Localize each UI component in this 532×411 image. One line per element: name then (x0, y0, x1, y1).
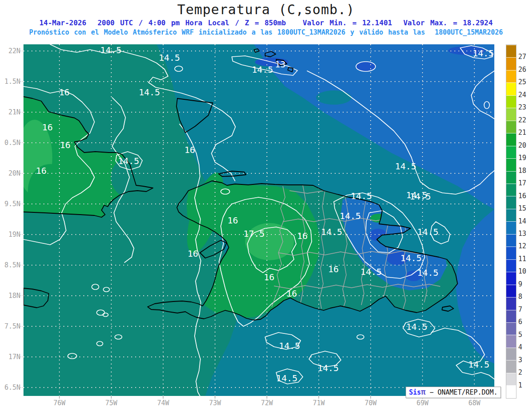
teal-patch (285, 150, 312, 160)
colorbar-tick-label: 12 (518, 242, 532, 250)
colorbar-tick-label: 22 (518, 116, 532, 124)
colorbar-block (506, 221, 516, 234)
colorbar-block (506, 310, 516, 322)
colorbar-block (506, 158, 516, 171)
colorbar-block (506, 108, 516, 120)
colorbar-tick-label: 17 (518, 179, 532, 187)
colorbar-tick-label: 13 (518, 230, 532, 238)
contour-label: 16 (36, 165, 47, 176)
contour-label: 16 (264, 272, 274, 282)
colorbar-block (506, 335, 516, 347)
contour-label: 16 (227, 215, 238, 226)
lon-tick-label: 75W (98, 399, 125, 407)
cuba-green (28, 164, 72, 217)
lat-tick-dots (15, 265, 23, 266)
colorbar-tick-label: 8 (518, 293, 532, 301)
colorbar-block (506, 259, 516, 272)
colorbar-tick-label: 1 (518, 381, 532, 389)
colorbar-block (506, 272, 516, 284)
colorbar-tick-label: 5 (518, 331, 532, 339)
colorbar-tick-label: 16 (518, 192, 532, 200)
colorbar-block (506, 70, 516, 82)
contour-label: 14.5 (252, 64, 273, 75)
colorbar-block (506, 95, 516, 108)
contour-label: 16 (328, 264, 339, 274)
colorbar-block (506, 297, 516, 309)
contour-label: 14.5 (139, 87, 160, 98)
lat-tick-dots (15, 112, 23, 113)
colorbar-tick-label: 26 (518, 66, 532, 74)
lat-tick-dots (15, 204, 23, 204)
contour-label: 16 (188, 248, 198, 259)
colorbar-tick-label: 6 (518, 318, 532, 326)
contour-label: 16 (286, 288, 297, 299)
weather-chart-page: Temperatura (C,somb.) 14-Mar-2026 2000 U… (0, 0, 532, 411)
lon-tick-label: 74W (150, 399, 176, 407)
lon-tick-label: 76W (46, 399, 73, 407)
contour-label: 14.5 (351, 191, 372, 201)
colorbar-tick-label: 2 (518, 368, 532, 376)
contour-label: 14.5 (100, 45, 121, 55)
contour-label: 14.5 (406, 321, 427, 332)
contour-label: 14.5 (410, 191, 431, 202)
lon-tick-mark (370, 396, 371, 399)
colorbar-block (506, 234, 516, 247)
colorbar-block (506, 360, 516, 372)
temperature-colorbar (506, 44, 516, 399)
contour-label: 14.5 (317, 363, 339, 373)
colorbar-tick-label: 23 (518, 103, 532, 111)
contour-label: 16 (184, 145, 195, 155)
lon-tick-mark (59, 396, 60, 399)
contour-label: 14.5 (118, 156, 139, 166)
colorbar-block (506, 133, 516, 145)
lat-tick-dots (15, 173, 23, 174)
branding-separator: − (426, 388, 438, 396)
contour-label: 14.5 (468, 359, 489, 370)
lon-tick-label: 71W (305, 399, 332, 407)
colorbar-tick-label: 10 (518, 267, 532, 275)
colorbar-tick-label: 14 (518, 217, 532, 225)
lon-tick-mark (111, 396, 112, 399)
contour-label: 14.5 (340, 211, 361, 221)
colorbar-tick-label: 9 (518, 280, 532, 288)
colorbar-block (506, 348, 516, 360)
contour-label: 14.5 (159, 52, 180, 63)
colorbar-tick-label: 11 (518, 255, 532, 263)
cold-spot (356, 62, 376, 71)
colorbar-block (506, 121, 516, 133)
lon-tick-label: 73W (202, 399, 228, 407)
contour-label: 14.5 (400, 253, 422, 263)
page-title: Temperatura (C,somb.) (0, 2, 532, 17)
lon-tick-label: 69W (409, 399, 436, 407)
lat-tick-dots (15, 51, 23, 51)
colorbar-tick-label: 15 (518, 204, 532, 212)
lat-tick-dots (15, 387, 23, 388)
lat-tick-dots (15, 234, 23, 235)
lat-tick-dots (15, 295, 23, 296)
lon-tick-mark (266, 396, 267, 399)
colorbar-tick-label: 3 (518, 356, 532, 364)
contour-label: 14.5 (360, 266, 382, 277)
contour-label: 13 (275, 59, 286, 70)
colorbar-block (506, 373, 516, 385)
valid-time-line: 14-Mar-2026 2000 UTC / 4:00 pm Hora Loca… (0, 19, 532, 27)
teal-patch (380, 170, 421, 184)
contour-label: 14.5 (279, 341, 300, 351)
colorbar-tick-label: 19 (518, 154, 532, 162)
sispi-sis: Sis (409, 388, 421, 396)
colorbar-block (506, 184, 516, 196)
lon-tick-label: 70W (357, 399, 384, 407)
contour-label: 16 (60, 140, 70, 150)
colorbar-block (506, 209, 516, 221)
teal-patch (316, 90, 352, 105)
colorbar-block (506, 45, 516, 57)
colorbar-tick-label: 21 (518, 129, 532, 137)
colorbar-block (506, 285, 516, 297)
colorbar-block (506, 322, 516, 335)
colorbar-tick-label: 18 (518, 167, 532, 175)
lat-tick-dots (15, 142, 23, 143)
lon-tick-mark (318, 396, 319, 399)
colorbar-block (506, 171, 516, 184)
colorbar-tick-label: 4 (518, 343, 532, 351)
colorbar-tick-label: 27 (518, 53, 532, 61)
